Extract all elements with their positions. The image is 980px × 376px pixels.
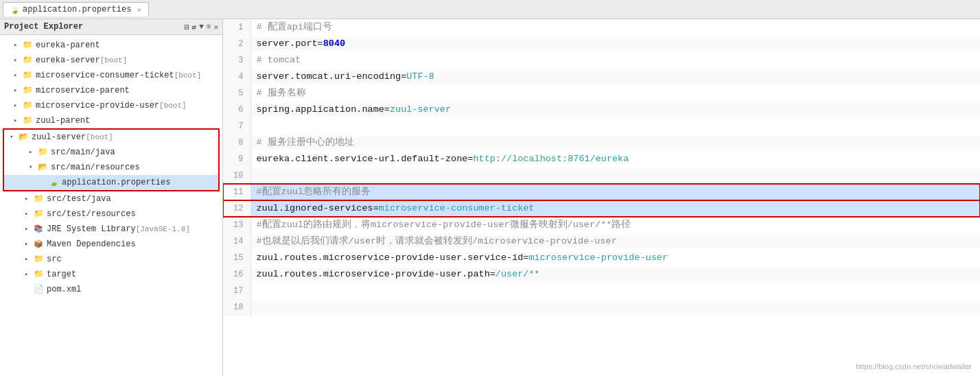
tree-item-src-main-java[interactable]: src/main/java [4, 145, 218, 160]
badge: [boot] [174, 69, 202, 82]
key-token: zuul.routes.microservice-provide-user.pa… [257, 269, 495, 279]
arrow-icon [25, 223, 33, 235]
line-content [250, 118, 980, 134]
editor-line-1: 1 # 配置api端口号 [223, 19, 980, 36]
tree-item-label: src/main/java [51, 146, 115, 158]
tree-item-microservice-provide-user[interactable]: microservice-provide-user [boot] [0, 98, 222, 113]
editor-line-2: 2 server.port=8040 [223, 36, 980, 52]
link-editor-icon[interactable]: ⇄ [192, 23, 197, 32]
tree-item-target[interactable]: target [0, 267, 222, 282]
line-content[interactable]: #配置zuul的路由规则，将microservice-provide-user微… [250, 217, 980, 233]
tree-item-label: src/test/java [47, 193, 111, 205]
editor-line-9: 9 eureka.client.service-url.default-zone… [223, 151, 980, 167]
tree-item-src-test-resources[interactable]: src/test/resources [0, 207, 222, 222]
line-content[interactable]: #也就是以后我们请求/user时，请求就会被转发到/microservice-p… [250, 233, 980, 250]
value-token: http://localhost:8761/eureka [473, 154, 629, 164]
line-number: 4 [223, 69, 250, 85]
tree-item-microservice-parent[interactable]: microservice-parent [0, 83, 222, 98]
close-icon[interactable]: ✕ [213, 23, 218, 32]
tree-item-label: src/test/resources [47, 208, 136, 220]
arrow-icon [29, 146, 37, 158]
tree-item-eureka-server[interactable]: eureka-server [boot] [0, 53, 222, 68]
line-content[interactable]: spring.application.name=zuul-server [250, 102, 980, 118]
menu-icon[interactable]: ≡ [207, 23, 211, 31]
filter-icon[interactable]: ▼ [199, 23, 204, 31]
line-content[interactable]: server.tomcat.uri-encoding=UTF-8 [250, 69, 980, 85]
comment-token: # 配置api端口号 [257, 22, 333, 32]
folder-icon [33, 254, 44, 265]
tree-item-label: pom.xml [47, 283, 81, 296]
tree-item-application-properties[interactable]: application.properties [4, 175, 218, 190]
tree-item-zuul-server[interactable]: zuul-server [boot] [4, 130, 218, 145]
editor-line-6: 6 spring.application.name=zuul-server [223, 102, 980, 118]
line-content[interactable]: server.port=8040 [250, 36, 980, 52]
line-content[interactable]: # 配置api端口号 [250, 19, 980, 36]
folder-icon [22, 40, 33, 51]
line-number: 6 [223, 102, 250, 118]
line-content[interactable]: # tomcat [250, 52, 980, 69]
value-token: microservice-provide-user [528, 252, 668, 263]
line-number: 8 [223, 134, 250, 151]
line-content[interactable]: #配置zuul忽略所有的服务 [250, 184, 980, 200]
tree-item-maven-dependencies[interactable]: Maven Dependencies [0, 237, 222, 252]
value-token: zuul-server [390, 104, 451, 115]
badge: [boot] [86, 131, 113, 143]
arrow-icon [14, 54, 22, 67]
line-content[interactable]: zuul.routes.microservice-provide-user.pa… [250, 266, 980, 283]
arrow-icon [14, 69, 22, 82]
line-content[interactable]: # 服务名称 [250, 85, 980, 102]
editor-line-17: 17 [223, 283, 980, 299]
arrow-icon [10, 131, 18, 143]
line-number: 9 [223, 151, 250, 167]
tree-item-pom-xml[interactable]: pom.xml [0, 282, 222, 297]
sidebar-header: Project Explorer ⊟ ⇄ ▼ ≡ ✕ [0, 19, 222, 35]
badge: [JavaSE-1.8] [136, 223, 190, 235]
tab-close-icon[interactable]: ✕ [137, 5, 141, 14]
comment-token: # tomcat [257, 55, 301, 65]
editor-line-5: 5 # 服务名称 [223, 85, 980, 102]
line-number: 12 [223, 200, 250, 217]
comment-token: # 服务名称 [257, 88, 306, 98]
tree-item-src-test-java[interactable]: src/test/java [0, 191, 222, 207]
collapse-all-icon[interactable]: ⊟ [185, 23, 189, 32]
tree-item-label: src [47, 253, 62, 266]
tree-item-eureka-parent[interactable]: eureka-parent [0, 38, 222, 53]
editor-line-15: 15 zuul.routes.microservice-provide-user… [223, 250, 980, 266]
sidebar-toolbar: ⊟ ⇄ ▼ ≡ ✕ [185, 23, 218, 32]
editor-line-10: 10 [223, 167, 980, 184]
comment-token: #配置zuul的路由规则，将microservice-provide-user微… [257, 220, 631, 230]
tree-item-zuul-parent[interactable]: zuul-parent [0, 113, 222, 128]
tree-item-label: microservice-consumer-ticket [36, 69, 174, 82]
arrow-icon [25, 253, 33, 266]
properties-file-icon [48, 177, 59, 188]
line-content[interactable]: eureka.client.service-url.default-zone=h… [250, 151, 980, 167]
line-content [250, 283, 980, 299]
line-content[interactable]: zuul.ignored-services=microservice-consu… [250, 200, 980, 217]
key-token: spring.application.name= [257, 104, 390, 115]
line-content [250, 167, 980, 184]
line-content[interactable]: # 服务注册中心的地址 [250, 134, 980, 151]
tree-item-jre-system-library[interactable]: JRE System Library [JavaSE-1.8] [0, 222, 222, 237]
line-number: 1 [223, 19, 250, 36]
line-number: 10 [223, 167, 250, 184]
arrow-icon [25, 208, 33, 220]
editor-tab-bar: 🍃 application.properties ✕ [0, 0, 980, 19]
editor-tab[interactable]: 🍃 application.properties ✕ [3, 2, 149, 16]
folder-icon [33, 269, 44, 280]
tree-item-src-main-resources[interactable]: src/main/resources [4, 160, 218, 175]
tree-item-microservice-consumer-ticket[interactable]: microservice-consumer-ticket [boot] [0, 68, 222, 83]
tree-item-label: microservice-parent [36, 84, 130, 97]
file-tab-icon: 🍃 [10, 5, 20, 14]
tree-item-label: zuul-server [32, 131, 86, 143]
arrow-icon [25, 268, 33, 281]
editor-line-7: 7 [223, 118, 980, 134]
editor-content: 1 # 配置api端口号 2 server.port=8040 3 # tomc… [223, 19, 980, 316]
editor-line-16: 16 zuul.routes.microservice-provide-user… [223, 266, 980, 283]
value-token: microservice-consumer-ticket [379, 203, 535, 213]
tree-item-label: microservice-provide-user [36, 99, 159, 112]
tree-item-src[interactable]: src [0, 252, 222, 267]
folder-icon [22, 85, 33, 96]
editor-tab-label: application.properties [23, 5, 131, 14]
line-content[interactable]: zuul.routes.microservice-provide-user.se… [250, 250, 980, 266]
key-token: server.port= [257, 38, 323, 49]
